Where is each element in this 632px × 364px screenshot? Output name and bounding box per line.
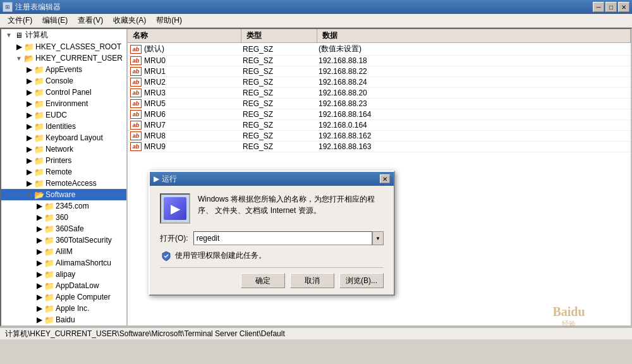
menu-edit[interactable]: 编辑(E) bbox=[37, 14, 73, 27]
table-row[interactable]: ab MRU9 REG_SZ 192.168.88.163 bbox=[128, 142, 631, 152]
tree-item-360total[interactable]: ▶ 📁 360TotalSecurity bbox=[1, 234, 126, 246]
tree-item-aliim[interactable]: ▶ 📁 AliIM bbox=[1, 246, 126, 257]
menu-help[interactable]: 帮助(H) bbox=[151, 14, 187, 27]
tree-label: AppDataLow bbox=[56, 281, 99, 290]
tree-item-identities[interactable]: ▶ 📁 Identities bbox=[1, 121, 126, 132]
maximize-button[interactable]: □ bbox=[605, 2, 617, 12]
expand-icon: ▼ bbox=[4, 30, 14, 40]
value-type: REG_SZ bbox=[243, 142, 319, 151]
value-icon: ab bbox=[130, 45, 142, 54]
folder-icon: 📁 bbox=[24, 42, 34, 52]
table-row[interactable]: ab MRU0 REG_SZ 192.168.88.18 bbox=[128, 56, 631, 66]
dialog-cancel-button[interactable]: 取消 bbox=[290, 273, 334, 288]
tree-label: 计算机 bbox=[25, 30, 48, 40]
table-row[interactable]: ab MRU8 REG_SZ 192.168.88.162 bbox=[128, 131, 631, 142]
table-row[interactable]: ab MRU1 REG_SZ 192.168.88.22 bbox=[128, 66, 631, 77]
tree-label: Remote bbox=[46, 167, 72, 176]
dialog-close-button[interactable]: ✕ bbox=[380, 174, 390, 183]
tree-item-environment[interactable]: ▶ 📁 Environment bbox=[1, 98, 126, 109]
tree-label: EUDC bbox=[46, 111, 67, 119]
values-header: 名称 类型 数据 bbox=[128, 29, 631, 43]
tree-item-remote[interactable]: ▶ 📁 Remote bbox=[1, 166, 126, 178]
folder-icon: 📁 bbox=[44, 212, 54, 222]
tree-item-network[interactable]: ▶ 📁 Network bbox=[1, 143, 126, 155]
table-row[interactable]: ab (默认) REG_SZ (数值未设置) bbox=[128, 43, 631, 56]
tree-label: Keyboard Layout bbox=[46, 133, 103, 142]
tree-label: Identities bbox=[46, 122, 76, 131]
table-row[interactable]: ab MRU5 REG_SZ 192.168.88.23 bbox=[128, 99, 631, 109]
tree-item-2345[interactable]: ▶ 📁 2345.com bbox=[1, 200, 126, 212]
tree-item-control-panel[interactable]: ▶ 📁 Control Panel bbox=[1, 87, 126, 98]
folder-icon: 📁 bbox=[34, 99, 44, 109]
table-row[interactable]: ab MRU2 REG_SZ 192.168.88.24 bbox=[128, 77, 631, 88]
menu-favorites[interactable]: 收藏夹(A) bbox=[108, 14, 151, 27]
tree-item-apple-computer[interactable]: ▶ 📁 Apple Computer bbox=[1, 291, 126, 303]
title-bar-left: ⊞ 注册表编辑器 bbox=[3, 2, 61, 13]
dialog-open-input[interactable] bbox=[193, 231, 372, 245]
tree-item-software[interactable]: ▼ 📂 Software bbox=[1, 189, 126, 200]
value-data: 192.168.88.22 bbox=[319, 67, 631, 76]
tree-item-apple-inc[interactable]: ▶ 📁 Apple Inc. bbox=[1, 303, 126, 314]
expand-icon: ▶ bbox=[34, 201, 44, 211]
value-name: MRU6 bbox=[142, 110, 243, 119]
tree-item-360[interactable]: ▶ 📁 360 bbox=[1, 212, 126, 223]
tree-item-appevents[interactable]: ▶ 📁 AppEvents bbox=[1, 64, 126, 75]
dialog-buttons: 确定 取消 浏览(B)... bbox=[160, 267, 384, 288]
value-data: 192.168.0.164 bbox=[319, 121, 631, 130]
value-name: MRU5 bbox=[142, 99, 243, 108]
tree-item-keyboard-layout[interactable]: ▶ 📁 Keyboard Layout bbox=[1, 132, 126, 143]
title-bar: ⊞ 注册表编辑器 ─ □ ✕ bbox=[0, 0, 632, 14]
tree-item-current-user[interactable]: ▼ 📂 HKEY_CURRENT_USER bbox=[1, 52, 126, 64]
tree-item-console[interactable]: ▶ 📁 Console bbox=[1, 75, 126, 87]
value-type: REG_SZ bbox=[243, 78, 319, 87]
tree-label: 360Safe bbox=[56, 224, 84, 233]
tree-item-classes-root[interactable]: ▶ 📁 HKEY_CLASSES_ROOT bbox=[1, 41, 126, 52]
tree-item-baidu[interactable]: ▶ 📁 Baidu bbox=[1, 314, 126, 324]
folder-icon: 📁 bbox=[34, 64, 44, 75]
tree-scroll[interactable]: ▼ 🖥 计算机 ▶ 📁 HKEY_CLASSES_ROOT ▼ 📂 HKEY_C… bbox=[1, 29, 126, 324]
dialog-input-row: 打开(O): ▼ bbox=[160, 231, 384, 245]
value-data: 192.168.88.162 bbox=[319, 131, 631, 140]
menu-view[interactable]: 查看(V) bbox=[73, 14, 108, 27]
dialog-ok-button[interactable]: 确定 bbox=[241, 273, 285, 288]
tree-label: Baidu bbox=[56, 315, 75, 324]
tree-item-remote-access[interactable]: ▶ 📁 RemoteAccess bbox=[1, 178, 126, 189]
folder-icon: 📁 bbox=[34, 121, 44, 131]
expand-icon: ▶ bbox=[24, 76, 34, 86]
status-bar: 计算机\HKEY_CURRENT_USER\Software\Microsoft… bbox=[0, 327, 632, 339]
folder-icon: 📁 bbox=[44, 303, 54, 313]
folder-icon: 📁 bbox=[44, 292, 54, 302]
expand-icon: ▶ bbox=[24, 99, 34, 109]
value-type: REG_SZ bbox=[243, 110, 319, 119]
tree-item-alipay[interactable]: ▶ 📁 alipay bbox=[1, 269, 126, 280]
tree-item-printers[interactable]: ▶ 📁 Printers bbox=[1, 155, 126, 166]
tree-item-alimama[interactable]: ▶ 📁 AlimamaShortcu bbox=[1, 257, 126, 269]
col-header-type[interactable]: 类型 bbox=[241, 29, 317, 42]
folder-icon: 📂 bbox=[34, 190, 44, 200]
tree-item-eudc[interactable]: ▶ 📁 EUDC bbox=[1, 109, 126, 121]
dialog-browse-button[interactable]: 浏览(B)... bbox=[339, 273, 384, 288]
table-row[interactable]: ab MRU3 REG_SZ 192.168.88.20 bbox=[128, 88, 631, 99]
dialog-dropdown-button[interactable]: ▼ bbox=[372, 231, 384, 245]
tree-label: AliIM bbox=[56, 247, 73, 256]
shield-icon bbox=[161, 251, 171, 261]
table-row[interactable]: ab MRU7 REG_SZ 192.168.0.164 bbox=[128, 120, 631, 131]
minimize-button[interactable]: ─ bbox=[593, 2, 604, 12]
col-header-data[interactable]: 数据 bbox=[317, 29, 631, 42]
folder-icon: 📁 bbox=[34, 144, 44, 154]
status-text: 计算机\HKEY_CURRENT_USER\Software\Microsoft… bbox=[5, 329, 285, 339]
value-type: REG_SZ bbox=[243, 56, 319, 65]
folder-icon: 📁 bbox=[44, 224, 54, 234]
tree-item-computer[interactable]: ▼ 🖥 计算机 bbox=[1, 29, 126, 41]
app-title: 注册表编辑器 bbox=[15, 2, 61, 13]
tree-item-appdatalow[interactable]: ▶ 📁 AppDataLow bbox=[1, 280, 126, 291]
close-button[interactable]: ✕ bbox=[618, 2, 629, 12]
expand-icon: ▶ bbox=[24, 110, 34, 120]
value-data: 192.168.88.163 bbox=[319, 142, 631, 151]
col-header-name[interactable]: 名称 bbox=[128, 29, 241, 42]
tree-item-360safe[interactable]: ▶ 📁 360Safe bbox=[1, 223, 126, 234]
table-row[interactable]: ab MRU6 REG_SZ 192.168.88.164 bbox=[128, 109, 631, 120]
dialog-desc-text: Windows 将根据您所输入的名称，为您打开相应的程序、 文件夹、文档或 In… bbox=[198, 195, 375, 215]
menu-file[interactable]: 文件(F) bbox=[3, 14, 37, 27]
value-data: 192.168.88.24 bbox=[319, 78, 631, 87]
